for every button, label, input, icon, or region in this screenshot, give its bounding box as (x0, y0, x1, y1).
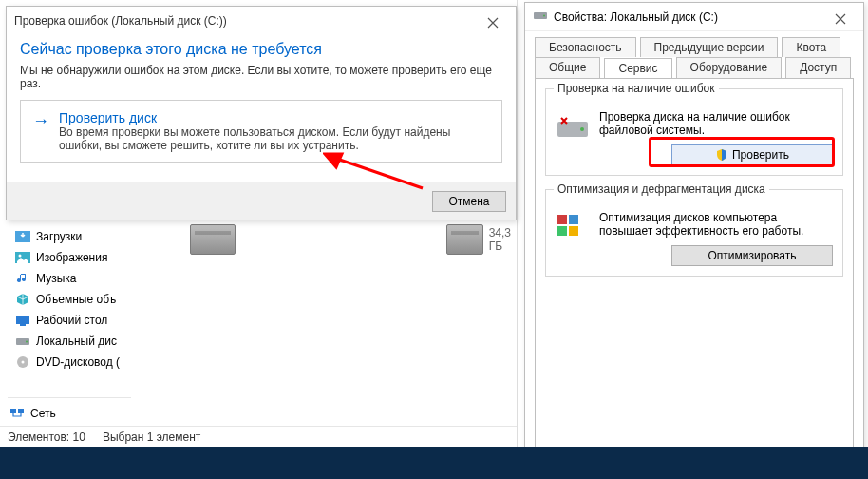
svg-point-2 (19, 255, 22, 258)
button-label: Отмена (448, 195, 489, 208)
hdd-icon (446, 224, 483, 255)
sidebar-item-label: DVD-дисковод ( (36, 355, 120, 369)
group-text: Оптимизация дисков компьютера повышает э… (599, 211, 833, 238)
sidebar-item-label: Музыка (36, 272, 76, 285)
close-button[interactable] (821, 9, 859, 29)
taskbar[interactable] (0, 447, 868, 479)
cancel-button[interactable]: Отмена (432, 191, 506, 212)
tab-label: Квота (796, 41, 826, 54)
pictures-icon (15, 250, 30, 265)
group-legend: Оптимизация и дефрагментация диска (554, 182, 769, 196)
close-button[interactable] (474, 12, 512, 33)
check-button[interactable]: Проверить (671, 144, 833, 165)
sidebar-item-downloads[interactable]: Загрузки (8, 226, 129, 247)
tab-general[interactable]: Общие (535, 57, 600, 78)
desktop-icon (15, 313, 30, 328)
button-label: Оптимизировать (708, 249, 797, 262)
status-count: Элементов: 10 (8, 431, 85, 444)
status-bar: Элементов: 10 Выбран 1 элемент (0, 426, 517, 447)
tab-label: Доступ (800, 61, 837, 74)
close-icon (487, 17, 499, 29)
sidebar-item-desktop[interactable]: Рабочий стол (8, 310, 129, 331)
shield-icon (715, 148, 728, 162)
sidebar-item-label: Объемные объ (36, 293, 116, 306)
dialog-titlebar[interactable]: Проверка ошибок (Локальный диск (C:)) (7, 7, 516, 35)
tab-quota[interactable]: Квота (782, 37, 840, 57)
dialog-body: Мы не обнаружили ошибок на этом диске. Е… (7, 64, 516, 90)
nav-pane: Загрузки Изображения Музыка Объемные объ… (8, 226, 129, 373)
tab-label: Предыдущие версии (654, 41, 764, 54)
arrow-right-icon: → (32, 112, 49, 152)
svg-point-14 (543, 15, 545, 17)
sidebar-item-network[interactable]: Сеть (2, 403, 56, 424)
svg-rect-20 (569, 226, 578, 236)
tab-label: Сервис (618, 62, 657, 75)
defrag-icon (556, 211, 590, 245)
sidebar-item-label: Локальный дис (36, 335, 117, 348)
tab-sharing[interactable]: Доступ (785, 57, 851, 78)
drive-tile-2[interactable]: 34,3 ГБ (446, 224, 519, 255)
tab-strip: Безопасность Предыдущие версии Квота Общ… (525, 31, 863, 78)
status-selection: Выбран 1 элемент (103, 431, 200, 444)
tab-label: Оборудование (690, 61, 768, 74)
drive-tile-1[interactable] (190, 224, 236, 255)
tab-prev-versions[interactable]: Предыдущие версии (640, 37, 779, 57)
scan-option[interactable]: → Проверить диск Во время проверки вы мо… (20, 100, 502, 163)
svg-point-8 (22, 361, 25, 364)
tab-tools[interactable]: Сервис (604, 58, 671, 79)
sidebar-item-label: Изображения (36, 251, 107, 264)
sidebar-item-label: Загрузки (36, 230, 82, 243)
scan-option-title: Проверить диск (59, 110, 490, 125)
svg-rect-18 (569, 215, 578, 224)
cube-icon (15, 292, 30, 307)
sidebar-item-label: Рабочий стол (36, 314, 107, 327)
optimize-button[interactable]: Оптимизировать (671, 245, 833, 266)
dialog-heading: Сейчас проверка этого диска не требуется (7, 35, 516, 64)
drive-small-icon (533, 8, 548, 26)
svg-rect-4 (20, 324, 26, 326)
sidebar-item-dvd[interactable]: DVD-дисковод ( (8, 352, 129, 373)
drive-check-icon (556, 110, 590, 144)
close-icon (835, 13, 846, 25)
network-icon (9, 406, 25, 421)
properties-window: Свойства: Локальный диск (C:) Безопаснос… (524, 2, 864, 477)
group-text: Проверка диска на наличие ошибок файлово… (599, 110, 833, 137)
sidebar-item-pictures[interactable]: Изображения (8, 247, 129, 268)
sidebar-item-localdisk[interactable]: Локальный дис (8, 331, 129, 352)
group-legend: Проверка на наличие ошибок (554, 82, 719, 95)
dvd-icon (15, 354, 30, 370)
error-check-dialog: Проверка ошибок (Локальный диск (C:)) Се… (6, 6, 517, 220)
dialog-title: Проверка ошибок (Локальный диск (C:)) (14, 14, 227, 28)
properties-title: Свойства: Локальный диск (C:) (554, 10, 718, 24)
button-label: Проверить (732, 148, 789, 162)
drive-size-label: 34,3 ГБ (489, 226, 520, 253)
tab-label: Безопасность (549, 41, 622, 54)
tab-security[interactable]: Безопасность (535, 37, 636, 57)
drive-icon (15, 334, 30, 349)
tab-label: Общие (549, 61, 586, 74)
error-check-group: Проверка на наличие ошибок Проверка диск… (545, 88, 843, 176)
music-icon (15, 271, 30, 286)
dialog-footer: Отмена (7, 182, 516, 220)
properties-titlebar[interactable]: Свойства: Локальный диск (C:) (525, 3, 863, 31)
optimize-group: Оптимизация и дефрагментация диска Оптим… (545, 189, 843, 277)
hdd-icon (190, 224, 236, 255)
svg-rect-3 (16, 316, 29, 324)
svg-rect-10 (18, 409, 24, 413)
svg-rect-9 (10, 409, 16, 413)
svg-rect-17 (557, 215, 567, 224)
scan-option-desc: Во время проверки вы можете пользоваться… (59, 125, 490, 152)
svg-point-16 (580, 127, 584, 131)
tab-content-tools: Проверка на наличие ошибок Проверка диск… (535, 78, 854, 458)
sidebar-item-music[interactable]: Музыка (8, 268, 129, 289)
sidebar-item-3d[interactable]: Объемные объ (8, 289, 129, 310)
sidebar-item-label: Сеть (30, 407, 56, 420)
svg-rect-19 (557, 226, 567, 236)
tab-hardware[interactable]: Оборудование (676, 57, 783, 78)
svg-point-6 (26, 341, 28, 343)
downloads-icon (15, 229, 30, 244)
